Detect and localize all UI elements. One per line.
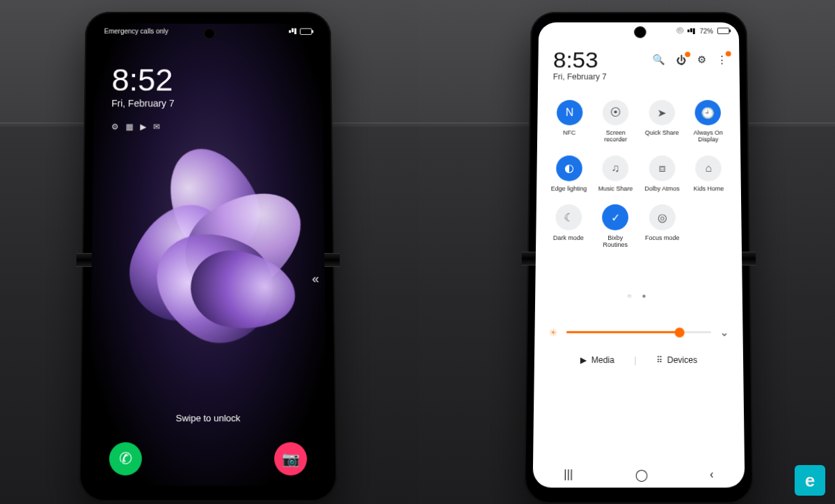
media-devices-row: ▶ Media | ⠿ Devices <box>534 355 743 365</box>
status-bar: ⓝ 72% <box>676 26 729 35</box>
clock-date: Fri, February 7 <box>553 72 607 81</box>
camera-icon: 📷 <box>282 450 300 468</box>
kids-home-icon: ⌂ <box>695 155 722 181</box>
lock-screen[interactable]: Emergency calls only 8:52 Fri, February … <box>89 24 327 486</box>
qs-label: Edge lighting <box>551 185 587 192</box>
qs-tile-screen-recorder[interactable]: ⦿Screen recorder <box>594 100 637 143</box>
music-share-icon: ♫ <box>603 155 629 181</box>
punch-hole-camera <box>634 26 646 38</box>
phone-left: Emergency calls only 8:52 Fri, February … <box>79 12 337 502</box>
bixby-icon: ✓ <box>602 204 628 230</box>
media-icon: ▶ <box>580 355 587 365</box>
slider-track[interactable] <box>566 331 711 333</box>
back-icon[interactable]: ‹ <box>710 468 714 482</box>
photo-pair: Emergency calls only 8:52 Fri, February … <box>0 0 835 504</box>
qs-label: Music Share <box>598 185 633 192</box>
focus-icon: ◎ <box>649 204 676 230</box>
badge <box>726 51 731 57</box>
search-icon[interactable]: 🔍 <box>653 54 666 65</box>
right-photo: ⓝ 72% 8:53 Fri, February 7 🔍 ⏻ ⚙ ⋮ NNFC⦿… <box>418 0 835 504</box>
signal-icon <box>289 29 297 35</box>
qs-tile-aod[interactable]: 🕘Always On Display <box>687 100 729 143</box>
home-icon[interactable]: ◯ <box>635 468 648 482</box>
qs-label: Screen recorder <box>596 129 635 143</box>
quick-share-icon: ➤ <box>649 100 674 125</box>
qs-tile-quick-share[interactable]: ➤Quick Share <box>641 100 683 143</box>
clock-time: 8:53 <box>553 49 607 71</box>
slider-thumb[interactable] <box>674 327 684 337</box>
phone-shortcut[interactable]: ✆ <box>109 442 142 475</box>
more-icon[interactable]: ⋮ <box>717 54 727 65</box>
dolby-icon: ⧈ <box>649 155 676 181</box>
battery-text: 72% <box>699 27 713 34</box>
qs-tile-dolby[interactable]: ⧈Dolby Atmos <box>641 155 683 192</box>
watermark-logo: e <box>795 465 825 496</box>
qs-tile-nfc[interactable]: NNFC <box>548 100 591 143</box>
qs-tile-kids-home[interactable]: ⌂Kids Home <box>687 155 730 192</box>
battery-icon <box>717 28 730 34</box>
phone-icon: ✆ <box>119 449 132 468</box>
battery-icon <box>300 28 312 34</box>
swipe-hint: Swipe to unlock <box>90 413 326 423</box>
page-indicator: ○ ● <box>535 292 742 300</box>
qs-label: Focus mode <box>645 234 679 241</box>
qs-tile-bixby[interactable]: ✓Bixby Routines <box>594 204 637 249</box>
quick-panel[interactable]: ⓝ 72% 8:53 Fri, February 7 🔍 ⏻ ⚙ ⋮ NNFC⦿… <box>533 22 745 487</box>
qs-label: Dark mode <box>553 234 584 241</box>
power-icon[interactable]: ⏻ <box>676 54 687 65</box>
devices-button[interactable]: ⠿ Devices <box>656 355 697 365</box>
sun-icon: ☀ <box>549 327 558 338</box>
quick-settings-grid: NNFC⦿Screen recorder➤Quick Share🕘Always … <box>547 100 731 249</box>
qs-label: Dolby Atmos <box>644 185 679 192</box>
settings-icon[interactable]: ⚙ <box>697 54 706 65</box>
phone-right: ⓝ 72% 8:53 Fri, February 7 🔍 ⏻ ⚙ ⋮ NNFC⦿… <box>524 12 754 503</box>
status-text: Emergency calls only <box>104 28 168 35</box>
left-photo: Emergency calls only 8:52 Fri, February … <box>0 0 418 504</box>
clock-date: Fri, February 7 <box>111 98 174 108</box>
recents-icon[interactable]: ||| <box>564 468 573 482</box>
signal-icon <box>687 28 696 33</box>
qs-label: Always On Display <box>689 129 727 143</box>
clock-time: 8:52 <box>111 65 174 95</box>
lock-clock: 8:52 Fri, February 7 <box>111 65 175 108</box>
camera-shortcut[interactable]: 📷 <box>274 442 307 475</box>
qs-tile-edge-lighting[interactable]: ◐Edge lighting <box>548 155 590 192</box>
separator: | <box>634 355 636 365</box>
nfc-icon: N <box>557 100 583 125</box>
devices-icon: ⠿ <box>656 355 662 365</box>
chevron-down-icon[interactable]: ⌄ <box>719 325 729 339</box>
aod-icon: 🕘 <box>695 100 722 125</box>
screen-recorder-icon: ⦿ <box>603 100 628 125</box>
qs-label: NFC <box>563 129 575 136</box>
brightness-slider[interactable]: ☀ ⌄ <box>549 325 729 339</box>
edge-lighting-icon: ◐ <box>556 155 582 181</box>
qs-tile-music-share[interactable]: ♫Music Share <box>594 155 637 192</box>
qs-label: Bixby Routines <box>596 234 635 248</box>
qs-label: Quick Share <box>645 129 679 136</box>
double-chevron-icon[interactable]: « <box>312 272 319 286</box>
panel-clock: 8:53 Fri, February 7 <box>553 49 607 81</box>
media-button[interactable]: ▶ Media <box>580 355 614 365</box>
lock-dock: ✆ 📷 <box>89 442 327 475</box>
nfc-status-icon: ⓝ <box>676 26 683 35</box>
panel-actions: 🔍 ⏻ ⚙ ⋮ <box>653 54 727 65</box>
qs-label: Kids Home <box>694 185 724 192</box>
slider-fill <box>566 331 679 333</box>
qs-tile-dark-mode[interactable]: ☾Dark mode <box>547 204 590 249</box>
nav-bar: ||| ◯ ‹ <box>533 468 745 482</box>
wallpaper-flower <box>114 124 302 357</box>
dark-mode-icon: ☾ <box>555 204 582 230</box>
qs-tile-focus[interactable]: ◎Focus mode <box>641 204 684 249</box>
badge <box>685 51 690 57</box>
status-bar: Emergency calls only <box>104 28 312 35</box>
